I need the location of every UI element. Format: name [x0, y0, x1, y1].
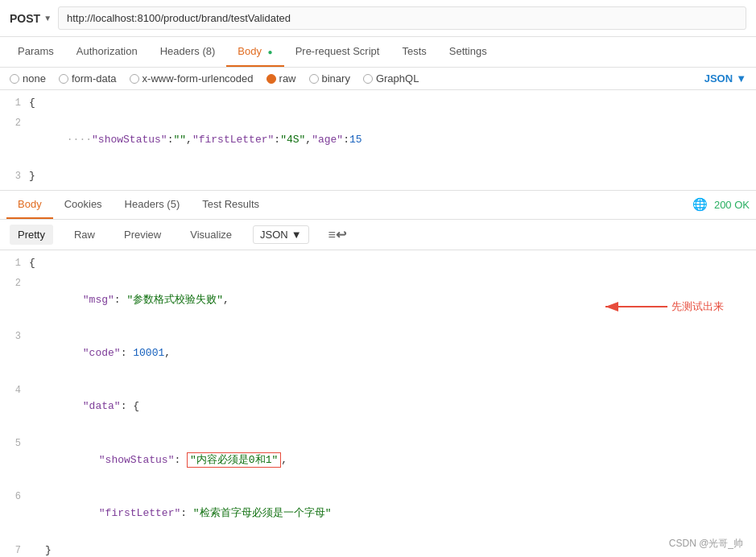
resp-line-1: 1 {: [0, 254, 756, 274]
req-line-2: 2 ····"showStatus":"","firstLetter":"4S"…: [0, 113, 756, 167]
tab-body[interactable]: Body ●: [226, 37, 283, 67]
tab-headers[interactable]: Headers (8): [149, 37, 227, 67]
resp-line-5: 5 "showStatus": "内容必须是0和1",: [0, 434, 756, 487]
req-line-1: 1 {: [0, 93, 756, 113]
resp-pretty-tab[interactable]: Pretty: [10, 225, 53, 245]
response-tabs-row: Body Cookies Headers (5) Test Results 🌐 …: [0, 191, 756, 220]
body-options-row: none form-data x-www-form-urlencoded raw…: [0, 68, 756, 90]
option-none[interactable]: none: [10, 72, 46, 85]
json-chevron-icon: ▼: [736, 72, 746, 85]
resp-line-6: 6 "firstLetter": "检索首字母必须是一个字母": [0, 487, 756, 540]
tab-authorization[interactable]: Authorization: [65, 37, 149, 67]
radio-urlencoded-icon: [130, 74, 139, 84]
request-code-editor[interactable]: 1 { 2 ····"showStatus":"","firstLetter":…: [0, 90, 756, 191]
radio-binary-icon: [309, 74, 319, 84]
tab-params[interactable]: Params: [6, 37, 65, 67]
resp-preview-tab[interactable]: Preview: [116, 225, 169, 245]
globe-icon: 🌐: [692, 197, 708, 212]
resp-line-4: 4 "data": {: [0, 381, 756, 434]
wrap-icon[interactable]: ≡↩: [328, 227, 346, 242]
option-graphql[interactable]: GraphQL: [363, 72, 419, 85]
resp-json-chevron-icon: ▼: [291, 229, 302, 241]
top-bar: POST ▼: [0, 0, 756, 37]
response-code-area: 先测试出来 1 { 2 "msg": "参数格式校验失败", 3 "code":…: [0, 250, 756, 557]
tab-tests[interactable]: Tests: [390, 37, 437, 67]
resp-tab-body[interactable]: Body: [6, 191, 53, 219]
url-input[interactable]: [58, 6, 746, 30]
radio-none-icon: [10, 74, 19, 84]
radio-graphql-icon: [363, 74, 373, 84]
radio-form-data-icon: [59, 74, 68, 84]
method-select[interactable]: POST ▼: [10, 12, 52, 25]
annotation-arrow-wrapper: [599, 297, 671, 316]
resp-tab-cookies[interactable]: Cookies: [53, 191, 114, 219]
resp-visualize-tab[interactable]: Visualize: [182, 225, 240, 245]
radio-raw-icon: [266, 74, 276, 84]
resp-line-7: 7 }: [0, 541, 756, 557]
json-type-select[interactable]: JSON ▼: [704, 72, 746, 85]
response-status-area: 🌐 200 OK: [692, 197, 750, 212]
resp-raw-tab[interactable]: Raw: [66, 225, 103, 245]
method-chevron-icon: ▼: [43, 14, 52, 23]
option-raw[interactable]: raw: [266, 72, 296, 85]
tab-settings[interactable]: Settings: [438, 37, 498, 67]
option-binary[interactable]: binary: [309, 72, 350, 85]
response-sub-row: Pretty Raw Preview Visualize JSON ▼ ≡↩: [0, 220, 756, 250]
option-urlencoded[interactable]: x-www-form-urlencoded: [130, 72, 254, 85]
resp-tab-headers[interactable]: Headers (5): [114, 191, 192, 219]
body-active-dot: ●: [268, 47, 273, 56]
annotation: 先测试出来: [599, 297, 724, 316]
tab-pre-request-script[interactable]: Pre-request Script: [284, 37, 391, 67]
option-form-data[interactable]: form-data: [59, 72, 117, 85]
status-code: 200 OK: [714, 199, 750, 211]
annotation-text: 先测试出来: [671, 299, 724, 314]
footer-watermark: CSDN @光哥_帅: [669, 537, 743, 551]
request-tabs-row: Params Authorization Headers (8) Body ● …: [0, 37, 756, 68]
resp-tab-test-results[interactable]: Test Results: [191, 191, 271, 219]
resp-line-3: 3 "code": 10001,: [0, 327, 756, 380]
req-line-3: 3 }: [0, 167, 756, 187]
resp-json-select[interactable]: JSON ▼: [253, 225, 309, 244]
annotation-arrow-icon: [599, 297, 671, 316]
method-label: POST: [10, 12, 40, 25]
